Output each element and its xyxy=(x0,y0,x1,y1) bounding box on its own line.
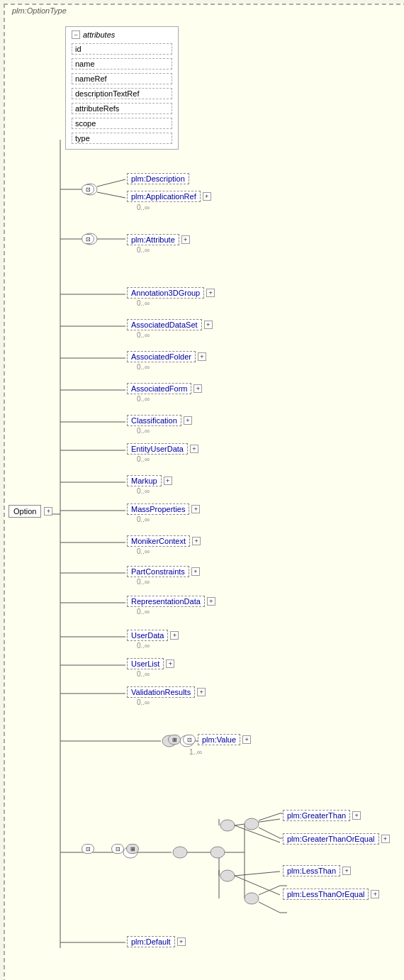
element-plm-applicationref: plm:ApplicationRef + xyxy=(127,191,211,202)
plus-icon-plmvalue[interactable]: + xyxy=(242,735,251,744)
element-label-plmdefault: plm:Default xyxy=(127,936,175,947)
element-userlist: UserList + xyxy=(127,658,174,669)
svg-line-46 xyxy=(259,813,280,820)
attr-descriptionTextRef: descriptionTextRef xyxy=(72,88,172,99)
attr-attributeRefs: attributeRefs xyxy=(72,103,172,114)
plus-icon-option[interactable]: + xyxy=(44,507,52,516)
element-associatedform: AssociatedForm + xyxy=(127,383,202,394)
occurrence-applicationref: 0..∞ xyxy=(137,204,150,211)
element-greaterthanorequal: plm:GreaterThanOrEqual + xyxy=(283,833,390,845)
plus-icon-associatedfolder[interactable]: + xyxy=(198,352,206,361)
plus-icon-greaterthan[interactable]: + xyxy=(352,811,361,820)
choice-connector-row: ⊡ ⊞ xyxy=(111,844,139,854)
occurrence-classification: 0..∞ xyxy=(137,427,150,435)
element-label-representationdata: RepresentationData xyxy=(127,596,205,607)
plus-icon-monikercontext[interactable]: + xyxy=(192,537,201,545)
element-associatedfolder: AssociatedFolder + xyxy=(127,351,206,362)
element-plm-description: plm:Description xyxy=(127,173,189,184)
attr-name: name xyxy=(72,58,172,69)
attr-nameRef: nameRef xyxy=(72,73,172,84)
plus-icon-applicationref[interactable]: + xyxy=(203,192,211,201)
seq-node-choice-1: ⊡ xyxy=(111,844,124,854)
svg-line-47 xyxy=(259,828,280,838)
plus-icon-annotation3dgroup[interactable]: + xyxy=(206,289,215,297)
plus-icon-massproperties[interactable]: + xyxy=(191,505,200,513)
occurrence-markup: 0..∞ xyxy=(137,487,150,495)
element-label-partconstraints: PartConstraints xyxy=(127,566,189,577)
seq-node-desc: ⊡ xyxy=(82,184,94,194)
plus-icon-validationresults[interactable]: + xyxy=(197,688,206,696)
seq-node-value-2: ⊡ xyxy=(183,735,196,745)
element-label-userdata: UserData xyxy=(127,630,168,641)
occurrence-userdata: 0..∞ xyxy=(137,642,150,650)
plus-icon-associatedform[interactable]: + xyxy=(193,384,202,393)
svg-point-29 xyxy=(173,847,187,858)
plus-icon-representationdata[interactable]: + xyxy=(207,597,215,606)
plus-icon-markup[interactable]: + xyxy=(164,477,172,485)
plus-icon-userdata[interactable]: + xyxy=(170,631,179,640)
element-plm-attribute: plm:Attribute + xyxy=(127,234,190,245)
element-label-massproperties: MassProperties xyxy=(127,503,189,515)
element-plmdefault: plm:Default + xyxy=(127,936,186,947)
diagram-title: plm:OptionType xyxy=(12,6,67,15)
attributes-box: − attributes id name nameRef description… xyxy=(65,26,179,150)
seq-node-attr: ⊡ xyxy=(82,234,94,244)
element-classification: Classification + xyxy=(127,415,192,426)
attr-list: id name nameRef descriptionTextRef attri… xyxy=(72,42,172,145)
element-monikercontext: MonikerContext + xyxy=(127,535,201,547)
element-label-monikercontext: MonikerContext xyxy=(127,535,190,547)
occurrence-userlist: 0..∞ xyxy=(137,670,150,678)
svg-point-42 xyxy=(211,847,225,858)
svg-point-48 xyxy=(245,893,259,904)
diagram-container: plm:OptionType − attributes id name name… xyxy=(4,4,404,980)
plus-icon-associateddataset[interactable]: + xyxy=(204,321,213,329)
plus-icon-plmdefault[interactable]: + xyxy=(177,937,186,946)
plus-icon-partconstraints[interactable]: + xyxy=(191,567,200,576)
minus-icon[interactable]: − xyxy=(72,30,80,39)
attr-scope: scope xyxy=(72,118,172,129)
element-annotation3dgroup: Annotation3DGroup + xyxy=(127,287,215,299)
element-label-description: plm:Description xyxy=(127,173,189,184)
seq-node-bottom: ⊡ xyxy=(82,844,94,854)
element-representationdata: RepresentationData + xyxy=(127,596,215,607)
element-label-associatedform: AssociatedForm xyxy=(127,383,191,394)
plus-icon-lessthan[interactable]: + xyxy=(342,867,351,875)
svg-line-50 xyxy=(259,902,280,913)
occurrence-annotation3dgroup: 0..∞ xyxy=(137,299,150,307)
option-label: Option xyxy=(9,505,41,518)
attr-type: type xyxy=(72,133,172,144)
element-label-applicationref: plm:ApplicationRef xyxy=(127,191,201,202)
occurrence-partconstraints: 0..∞ xyxy=(137,578,150,586)
element-lessthanorequal: plm:LessThanOrEqual + xyxy=(283,889,379,900)
seq-node-choice-2: ⊞ xyxy=(126,844,139,854)
element-label-validationresults: ValidationResults xyxy=(127,686,195,698)
element-label-plmvalue: plm:Value xyxy=(198,734,240,745)
occurrence-plmvalue: 1..∞ xyxy=(189,748,202,756)
plus-icon-greaterthanorequal[interactable]: + xyxy=(381,835,390,843)
element-lessthan: plm:LessThan + xyxy=(283,865,351,876)
element-greaterthan: plm:GreaterThan + xyxy=(283,810,361,821)
plus-icon-userlist[interactable]: + xyxy=(166,659,174,668)
attributes-label: attributes xyxy=(83,30,115,39)
occurrence-monikercontext: 0..∞ xyxy=(137,547,150,555)
element-entityuserdata: EntityUserData + xyxy=(127,443,198,455)
occurrence-validationresults: 0..∞ xyxy=(137,698,150,706)
occurrence-representationdata: 0..∞ xyxy=(137,608,150,616)
element-label-associateddataset: AssociatedDataSet xyxy=(127,319,202,330)
attr-id: id xyxy=(72,43,172,55)
seq-node-value-1: ⊞ xyxy=(168,735,181,745)
svg-line-49 xyxy=(259,886,280,895)
plus-icon-classification[interactable]: + xyxy=(184,416,192,425)
occurrence-attribute: 0..∞ xyxy=(137,246,150,254)
value-connector-group: ⊞ ⊡ plm:Value + xyxy=(168,734,251,745)
element-markup: Markup + xyxy=(127,475,172,486)
occurrence-associateddataset: 0..∞ xyxy=(137,331,150,339)
plus-icon-entityuserdata[interactable]: + xyxy=(190,445,198,453)
svg-line-3 xyxy=(97,179,125,186)
element-label-userlist: UserList xyxy=(127,658,164,669)
plus-icon-attribute[interactable]: + xyxy=(181,235,190,244)
occurrence-associatedform: 0..∞ xyxy=(137,395,150,403)
plus-icon-lessthanorequal[interactable]: + xyxy=(371,890,379,898)
svg-point-45 xyxy=(245,818,259,830)
element-label-classification: Classification xyxy=(127,415,181,426)
